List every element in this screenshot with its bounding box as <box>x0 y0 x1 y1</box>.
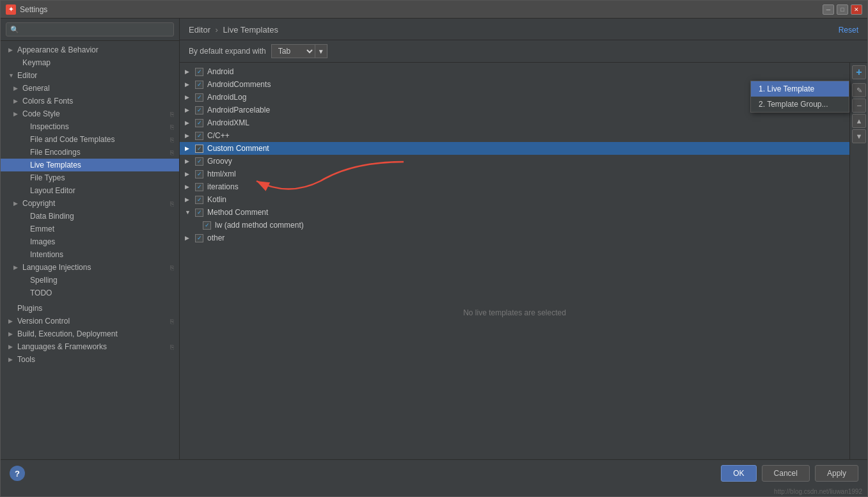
dropdown-popup: 1. Live Template 2. Template Group... <box>750 81 849 113</box>
sidebar-item-images[interactable]: Images <box>1 235 179 248</box>
sidebar-item-version-control[interactable]: Version Control ⎘ <box>1 315 179 327</box>
arrow-icon <box>13 111 20 117</box>
sidebar-item-general[interactable]: General <box>1 82 179 95</box>
sidebar-item-label: Emmet <box>30 225 174 233</box>
dropdown-item-live-template[interactable]: 1. Live Template <box>751 81 849 97</box>
breadcrumb-separator: › <box>216 25 218 35</box>
sidebar-item-label: Tools <box>17 355 174 364</box>
expand-dropdown-button[interactable]: ▼ <box>315 44 327 58</box>
group-checkbox[interactable]: ✓ <box>195 209 203 217</box>
sidebar-item-keymap[interactable]: Keymap <box>1 56 179 69</box>
sidebar-item-plugins[interactable]: Plugins <box>1 302 179 315</box>
template-group-groovy[interactable]: ▶ ✓ Groovy <box>180 155 849 168</box>
group-label: iterations <box>207 182 239 191</box>
sidebar-item-file-code-templates[interactable]: File and Code Templates ⎘ <box>1 133 179 146</box>
sidebar-item-colors-fonts[interactable]: Colors & Fonts <box>1 95 179 107</box>
maximize-button[interactable]: □ <box>837 4 848 15</box>
group-checkbox[interactable]: ✓ <box>195 170 203 178</box>
template-group-method-comment[interactable]: ▼ ✓ Method Comment <box>180 206 849 219</box>
ok-button[interactable]: OK <box>721 465 756 482</box>
copy-icon: ⎘ <box>170 149 174 156</box>
apply-button[interactable]: Apply <box>815 465 858 482</box>
close-button[interactable]: ✕ <box>851 4 862 15</box>
sidebar-item-build[interactable]: Build, Execution, Deployment <box>1 327 179 340</box>
sidebar-item-label: Spelling <box>30 276 174 285</box>
group-arrow-icon: ▼ <box>185 209 191 216</box>
sidebar-item-label: File Types <box>30 173 174 182</box>
sidebar-item-label: Keymap <box>22 58 174 67</box>
template-group-androidxml[interactable]: ▶ ✓ AndroidXML <box>180 116 849 129</box>
panel-header: Editor › Live Templates Reset <box>180 19 867 40</box>
group-checkbox[interactable]: ✓ <box>195 183 203 191</box>
group-checkbox[interactable]: ✓ <box>195 68 203 76</box>
copy-icon: ⎘ <box>170 136 174 143</box>
template-item-lw[interactable]: ✓ lw (add method comment) <box>180 219 849 232</box>
move-up-button[interactable]: ▲ <box>852 114 866 128</box>
search-wrap[interactable]: 🔍 <box>6 22 174 36</box>
move-down-button[interactable]: ▼ <box>852 129 866 143</box>
help-button[interactable]: ? <box>10 466 25 481</box>
group-checkbox[interactable]: ✓ <box>195 93 203 102</box>
item-checkbox[interactable]: ✓ <box>203 221 211 230</box>
template-group-other[interactable]: ▶ ✓ other <box>180 232 849 244</box>
group-checkbox[interactable]: ✓ <box>195 145 203 153</box>
edit-button[interactable]: ✎ <box>852 83 866 97</box>
reset-button[interactable]: Reset <box>839 26 858 35</box>
group-arrow-icon: ▶ <box>185 171 191 177</box>
breadcrumb: Editor › Live Templates <box>189 25 278 35</box>
copy-icon: ⎘ <box>170 318 174 325</box>
group-checkbox[interactable]: ✓ <box>195 234 203 242</box>
sidebar-item-file-types[interactable]: File Types <box>1 171 179 184</box>
template-group-androidcomments[interactable]: ▶ ✓ AndroidComments <box>180 78 849 91</box>
template-group-cpp[interactable]: ▶ ✓ C/C++ <box>180 129 849 142</box>
arrow-icon <box>8 331 15 337</box>
group-arrow-icon: ▶ <box>185 196 191 203</box>
sidebar-item-spelling[interactable]: Spelling <box>1 274 179 287</box>
sidebar-item-languages[interactable]: Languages & Frameworks ⎘ <box>1 340 179 353</box>
add-button[interactable]: + <box>852 65 866 79</box>
sidebar-item-appearance[interactable]: Appearance & Behavior <box>1 43 179 56</box>
expand-select[interactable]: Tab Enter Space <box>271 44 315 58</box>
copy-icon: ⎘ <box>170 264 174 271</box>
sidebar-item-emmet[interactable]: Emmet <box>1 223 179 235</box>
bottom-section: ? OK Cancel Apply http://blog.csdn.net/l… <box>1 459 867 496</box>
template-group-iterations[interactable]: ▶ ✓ iterations <box>180 180 849 193</box>
group-checkbox[interactable]: ✓ <box>195 106 203 114</box>
sidebar-item-label: Plugins <box>17 304 174 313</box>
copy-icon: ⎘ <box>170 123 174 130</box>
minimize-button[interactable]: ─ <box>823 4 834 15</box>
sidebar-item-language-injections[interactable]: Language Injections ⎘ <box>1 261 179 274</box>
sidebar-item-data-binding[interactable]: Data Binding <box>1 210 179 223</box>
sidebar-item-todo[interactable]: TODO <box>1 287 179 299</box>
group-checkbox[interactable]: ✓ <box>195 132 203 140</box>
action-buttons: OK Cancel Apply <box>721 465 858 482</box>
group-arrow-icon: ▶ <box>185 132 191 139</box>
template-group-custom-comment[interactable]: ▶ ✓ Custom Comment <box>180 142 849 155</box>
cancel-button[interactable]: Cancel <box>762 465 810 482</box>
template-group-androidparcelable[interactable]: ▶ ✓ AndroidParcelable <box>180 104 849 116</box>
sidebar-item-label: Version Control <box>17 317 168 326</box>
sidebar-item-inspections[interactable]: Inspections ⎘ <box>1 120 179 133</box>
sidebar-item-code-style[interactable]: Code Style ⎘ <box>1 107 179 120</box>
template-group-androidlog[interactable]: ▶ ✓ AndroidLog <box>180 91 849 104</box>
sidebar-item-layout-editor[interactable]: Layout Editor <box>1 184 179 197</box>
sidebar-item-intentions[interactable]: Intentions <box>1 248 179 261</box>
group-arrow-icon: ▶ <box>185 145 191 152</box>
right-panel: Editor › Live Templates Reset By default… <box>180 19 867 459</box>
sidebar-item-copyright[interactable]: Copyright ⎘ <box>1 197 179 210</box>
sidebar-item-editor[interactable]: Editor <box>1 69 179 82</box>
template-group-android[interactable]: ▶ ✓ Android <box>180 65 849 78</box>
remove-button[interactable]: − <box>852 99 866 113</box>
search-input[interactable] <box>22 25 170 34</box>
sidebar-item-tools[interactable]: Tools <box>1 353 179 366</box>
dropdown-item-template-group[interactable]: 2. Template Group... <box>751 97 849 112</box>
sidebar-item-live-templates[interactable]: Live Templates <box>1 159 179 171</box>
template-group-kotlin[interactable]: ▶ ✓ Kotlin <box>180 193 849 206</box>
group-checkbox[interactable]: ✓ <box>195 157 203 166</box>
group-checkbox[interactable]: ✓ <box>195 81 203 89</box>
template-group-htmlxml[interactable]: ▶ ✓ html/xml <box>180 168 849 180</box>
sidebar-item-file-encodings[interactable]: File Encodings ⎘ <box>1 146 179 159</box>
group-checkbox[interactable]: ✓ <box>195 196 203 204</box>
group-checkbox[interactable]: ✓ <box>195 119 203 127</box>
sidebar-item-label: General <box>22 84 174 93</box>
